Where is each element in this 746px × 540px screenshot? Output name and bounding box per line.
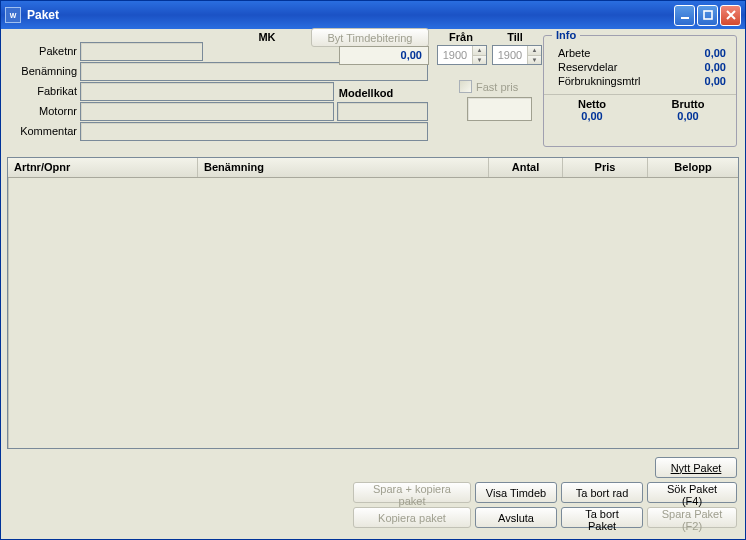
maximize-button[interactable] [697, 5, 718, 26]
ta-bort-rad-button[interactable]: Ta bort rad [561, 482, 643, 503]
col-antal[interactable]: Antal [489, 158, 563, 177]
modellkod-input[interactable] [337, 102, 428, 121]
info-label-forbrukning: Förbrukningsmtrl [558, 75, 641, 87]
brutto-label: Brutto [640, 98, 736, 110]
visa-timdeb-button[interactable]: Visa Timdeb [475, 482, 557, 503]
mk-value: 0,00 [339, 46, 429, 65]
col-pris[interactable]: Pris [563, 158, 648, 177]
info-row-arbete: Arbete 0,00 [544, 46, 736, 60]
ta-bort-paket-button[interactable]: Ta bort Paket [561, 507, 643, 528]
fran-spinner[interactable]: ▲▼ [437, 45, 487, 65]
info-legend: Info [552, 29, 580, 41]
info-row-forbrukning: Förbrukningsmtrl 0,00 [544, 74, 736, 88]
titlebar[interactable]: W Paket [1, 1, 745, 29]
client-area: Paketnr Benämning Fabrikat Motornr Komme… [1, 29, 745, 534]
label-motornr: Motornr [7, 105, 77, 117]
fast-pris-checkbox[interactable]: Fast pris [459, 80, 518, 93]
info-row-reservdelar: Reservdelar 0,00 [544, 60, 736, 74]
brutto-col: Brutto 0,00 [640, 98, 736, 122]
netto-value: 0,00 [544, 110, 640, 122]
sok-paket-button[interactable]: Sök Paket (F4) [647, 482, 737, 503]
label-till: Till [495, 31, 535, 43]
checkbox-box[interactable] [459, 80, 472, 93]
info-value-reservdelar: 0,00 [705, 61, 726, 73]
netto-label: Netto [544, 98, 640, 110]
motornr-input[interactable] [80, 102, 334, 121]
avsluta-button[interactable]: Avsluta [475, 507, 557, 528]
brutto-value: 0,00 [640, 110, 736, 122]
label-kommentar: Kommentar [7, 125, 77, 137]
col-belopp[interactable]: Belopp [648, 158, 738, 177]
label-fabrikat: Fabrikat [7, 85, 77, 97]
window: W Paket Paketnr Benämning Fabrikat Motor… [0, 0, 746, 540]
kopiera-paket-button: Kopiera paket [353, 507, 471, 528]
fran-input[interactable] [438, 46, 472, 64]
spara-kopiera-button: Spara + kopiera paket [353, 482, 471, 503]
col-benamning[interactable]: Benämning [198, 158, 489, 177]
close-button[interactable] [720, 5, 741, 26]
svg-rect-1 [704, 11, 712, 19]
fabrikat-input[interactable] [80, 82, 334, 101]
fran-arrows[interactable]: ▲▼ [472, 46, 486, 64]
label-modellkod: Modellkod [334, 87, 398, 99]
till-spinner[interactable]: ▲▼ [492, 45, 542, 65]
kommentar-input[interactable] [80, 122, 428, 141]
paketnr-input[interactable] [80, 42, 203, 61]
fast-pris-value-box [467, 97, 532, 121]
label-mk: MK [247, 31, 287, 43]
nytt-paket-button[interactable]: Nytt Paket [655, 457, 737, 478]
grid-header: Artnr/Opnr Benämning Antal Pris Belopp [8, 158, 738, 178]
col-artnr[interactable]: Artnr/Opnr [8, 158, 198, 177]
till-arrows[interactable]: ▲▼ [527, 46, 541, 64]
info-value-forbrukning: 0,00 [705, 75, 726, 87]
window-title: Paket [27, 8, 672, 22]
label-paketnr: Paketnr [7, 45, 77, 57]
minimize-button[interactable] [674, 5, 695, 26]
till-input[interactable] [493, 46, 527, 64]
netto-col: Netto 0,00 [544, 98, 640, 122]
info-label-arbete: Arbete [558, 47, 590, 59]
spara-paket-button: Spara Paket (F2) [647, 507, 737, 528]
byt-timdebitering-button: Byt Timdebitering [311, 28, 429, 47]
info-group: Info Arbete 0,00 Reservdelar 0,00 Förbru… [543, 35, 737, 147]
form-area: Paketnr Benämning Fabrikat Motornr Komme… [7, 33, 739, 155]
info-value-arbete: 0,00 [705, 47, 726, 59]
label-fast-pris: Fast pris [476, 81, 518, 93]
info-label-reservdelar: Reservdelar [558, 61, 617, 73]
label-benamning: Benämning [7, 65, 77, 77]
app-icon: W [5, 7, 21, 23]
grid[interactable]: Artnr/Opnr Benämning Antal Pris Belopp [7, 157, 739, 449]
label-fran: Från [441, 31, 481, 43]
svg-rect-0 [681, 17, 689, 19]
